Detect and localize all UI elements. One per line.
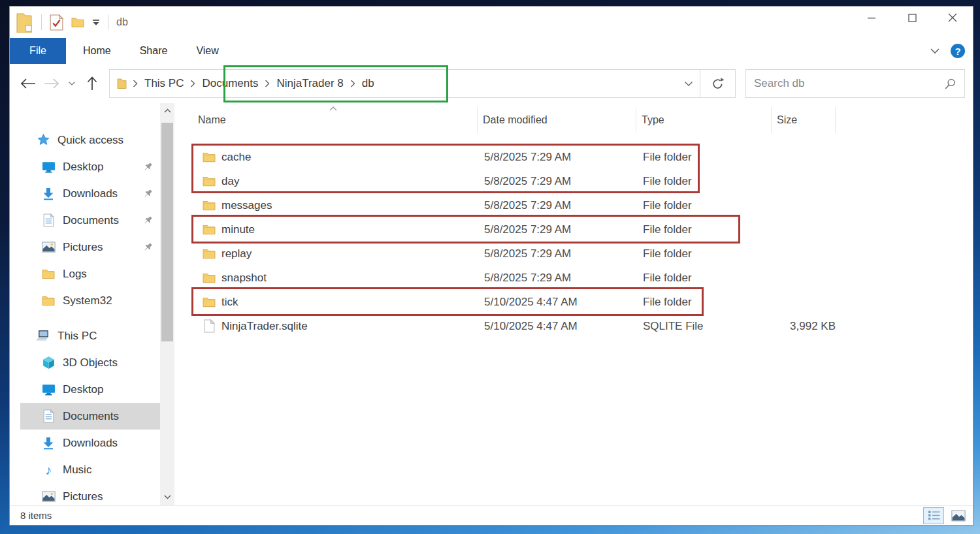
sidebar-item-this-pc-3d-objects[interactable]: 3D Objects: [20, 349, 160, 376]
star-icon: [35, 133, 52, 147]
file-type: File folder: [636, 199, 772, 212]
file-type: File folder: [636, 272, 772, 285]
search-input[interactable]: [754, 77, 944, 90]
file-row-tick[interactable]: tick5/10/2025 4:47 AMFile folder: [197, 290, 973, 314]
breadcrumb-segment-this-pc[interactable]: This PC: [144, 77, 184, 90]
address-dropdown-icon[interactable]: [684, 81, 693, 87]
folder-icon: [202, 200, 216, 211]
sidebar-item-quick-access-system32[interactable]: System32: [20, 287, 160, 314]
sidebar-item-quick-access-documents[interactable]: Documents: [20, 207, 160, 234]
sidebar-item-quick-access-pictures[interactable]: Pictures: [20, 234, 160, 260]
column-header-date-modified[interactable]: Date modified: [478, 107, 636, 133]
column-header-type[interactable]: Type: [636, 107, 772, 133]
breadcrumb-segment-db[interactable]: db: [362, 77, 374, 90]
quick-access-toolbar: db: [10, 12, 128, 33]
sidebar-item-label: Logs: [63, 268, 87, 281]
file-name: messages: [221, 199, 272, 212]
file-size: 3,992 KB: [772, 320, 836, 333]
refresh-button[interactable]: [700, 69, 736, 98]
file-row-cache[interactable]: cache5/8/2025 7:29 AMFile folder: [197, 145, 973, 169]
file-row-ninjatrader-sqlite[interactable]: NinjaTrader.sqlite5/10/2025 4:47 AMSQLIT…: [197, 314, 973, 338]
pin-icon: [143, 242, 152, 255]
downloads-icon: [40, 437, 57, 450]
file-name: NinjaTrader.sqlite: [221, 320, 308, 333]
collapse-ribbon-icon[interactable]: [930, 48, 940, 54]
navigation-pane: Quick accessDesktopDownloadsDocumentsPic…: [10, 103, 160, 505]
sidebar-scrollbar[interactable]: [160, 103, 174, 505]
file-type: File folder: [636, 175, 772, 188]
search-icon[interactable]: [944, 78, 956, 90]
sidebar-item-this-pc-documents[interactable]: Documents: [20, 403, 160, 430]
file-name: replay: [221, 247, 252, 260]
downloads-icon: [40, 187, 57, 200]
tab-home[interactable]: Home: [71, 38, 123, 64]
sidebar-item-this-pc-downloads[interactable]: Downloads: [20, 430, 160, 456]
sidebar-item-quick-access-logs[interactable]: Logs: [20, 260, 160, 287]
pictures-icon: [40, 242, 57, 253]
sidebar-item-this-pc-music[interactable]: ♪Music: [20, 456, 160, 483]
tab-share[interactable]: Share: [128, 38, 180, 64]
sidebar-item-quick-access[interactable]: Quick access: [20, 127, 160, 153]
tab-view[interactable]: View: [184, 38, 230, 64]
breadcrumb-segment-documents[interactable]: Documents: [202, 77, 258, 90]
up-button[interactable]: [80, 72, 104, 95]
search-box: [745, 69, 965, 98]
scroll-down-icon[interactable]: [160, 491, 174, 503]
sort-ascending-icon: [329, 103, 338, 114]
pin-icon: [143, 189, 152, 202]
desktop-icon: [40, 161, 57, 173]
sidebar-item-label: Desktop: [63, 161, 103, 174]
file-row-messages[interactable]: messages5/8/2025 7:29 AMFile folder: [197, 193, 973, 217]
customize-toolbar-icon[interactable]: [92, 19, 100, 26]
file-row-replay[interactable]: replay5/8/2025 7:29 AMFile folder: [197, 242, 973, 266]
folder-icon: [40, 268, 57, 279]
computer-icon: [35, 330, 52, 342]
file-row-day[interactable]: day5/8/2025 7:29 AMFile folder: [197, 169, 973, 193]
recent-locations-icon[interactable]: [63, 72, 80, 95]
sidebar-item-label: 3D Objects: [63, 356, 118, 369]
tab-file[interactable]: File: [10, 38, 66, 64]
column-label: Name: [198, 114, 226, 126]
details-view-button[interactable]: [923, 507, 944, 524]
address-bar[interactable]: This PCDocumentsNinjaTrader 8db: [109, 69, 700, 98]
thumbnail-view-button[interactable]: [948, 507, 969, 524]
sidebar-item-label: Documents: [63, 214, 119, 227]
status-bar: 8 items: [10, 505, 973, 525]
sidebar-item-label: System32: [63, 294, 112, 307]
folder-icon: [202, 151, 216, 163]
explorer-app-icon: [15, 12, 33, 33]
file-row-minute[interactable]: minute5/8/2025 7:29 AMFile folder: [197, 217, 973, 242]
desktop-background: db FileHomeShareView ?: [0, 0, 980, 534]
new-folder-icon[interactable]: [71, 16, 84, 28]
sidebar-item-quick-access-desktop[interactable]: Desktop: [20, 153, 160, 180]
file-date-modified: 5/10/2025 4:47 AM: [478, 296, 636, 309]
file-row-snapshot[interactable]: snapshot5/8/2025 7:29 AMFile folder: [197, 266, 973, 290]
window-title: db: [116, 16, 128, 28]
view-toggles: [923, 507, 969, 524]
file-type: File folder: [636, 223, 772, 236]
file-date-modified: 5/8/2025 7:29 AM: [478, 151, 636, 164]
back-button[interactable]: [16, 72, 40, 95]
cube-icon: [40, 356, 57, 369]
help-icon[interactable]: ?: [951, 44, 965, 58]
sidebar-item-label: Pictures: [63, 490, 103, 503]
properties-icon[interactable]: [50, 14, 63, 31]
sidebar-item-quick-access-downloads[interactable]: Downloads: [20, 180, 160, 207]
minimize-button[interactable]: [851, 7, 892, 29]
forward-button[interactable]: [40, 72, 63, 95]
sidebar-item-this-pc-desktop[interactable]: Desktop: [20, 376, 160, 403]
column-header-name[interactable]: Name: [197, 107, 478, 133]
items-count: 8 items: [20, 510, 52, 521]
column-label: Date modified: [483, 114, 547, 126]
sidebar-item-this-pc[interactable]: This PC: [20, 322, 160, 349]
scroll-up-icon[interactable]: [160, 104, 174, 116]
file-date-modified: 5/8/2025 7:29 AM: [478, 199, 636, 212]
title-bar: db: [10, 7, 973, 38]
breadcrumb-segment-ninjatrader-8[interactable]: NinjaTrader 8: [276, 77, 343, 90]
sidebar-item-this-pc-pictures[interactable]: Pictures: [20, 483, 160, 505]
folder-icon: [202, 248, 216, 259]
maximize-button[interactable]: [892, 7, 932, 29]
scrollbar-thumb[interactable]: [161, 123, 173, 341]
column-header-size[interactable]: Size: [772, 107, 836, 133]
close-button[interactable]: [932, 7, 973, 29]
